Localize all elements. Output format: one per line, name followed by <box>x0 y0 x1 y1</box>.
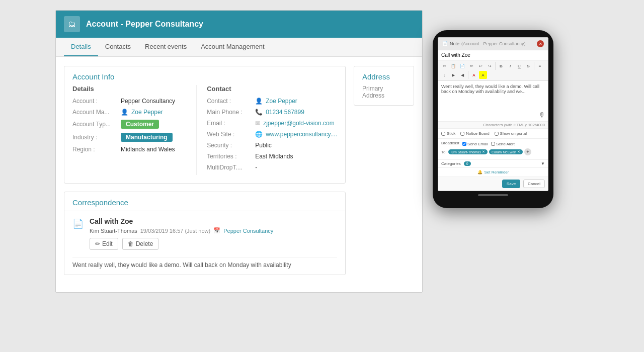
note-doc-icon: 📄 <box>442 41 448 46</box>
account-info-title: Account Info <box>72 72 114 81</box>
info-row-contact: Contact : 👤 Zoe Pepper <box>207 98 337 105</box>
info-row-multidrop: MultiDropT.... - <box>207 164 337 171</box>
add-recipient-button[interactable]: + <box>524 148 531 155</box>
phone-mockup: 📄 Note (Account - Pepper Consultancy) ✕ … <box>433 30 553 293</box>
info-row-industry: Industry : Manufacturing <box>72 133 191 142</box>
corr-account-link[interactable]: Pepper Consultancy <box>223 228 273 234</box>
set-reminder-row[interactable]: 🔔 Set Reminder <box>438 167 548 177</box>
label-email: Email : <box>207 120 252 127</box>
value-account: Pepper Consultancy <box>121 98 175 105</box>
tab-recent-events[interactable]: Recent events <box>138 38 194 56</box>
label-multidrop: MultiDropT.... <box>207 164 252 171</box>
label-industry: Industry : <box>72 134 118 141</box>
label-phone: Main Phone : <box>207 109 252 116</box>
note-footer: Save Cancel <box>438 177 548 191</box>
remove-recipient-1[interactable]: ✕ <box>517 150 520 154</box>
modal-close-button[interactable]: ✕ <box>537 40 544 47</box>
address-card: Address Primary Address <box>354 66 414 106</box>
toolbar-outdent[interactable]: ◀ <box>458 71 466 79</box>
label-contact: Contact : <box>207 98 252 105</box>
stick-checkbox[interactable]: Stick <box>441 131 455 136</box>
send-email-checkbox[interactable]: Send Email <box>462 142 488 146</box>
remove-recipient-0[interactable]: ✕ <box>482 150 485 154</box>
note-subject-input[interactable] <box>438 50 548 60</box>
info-row-account: Account : Pepper Consultancy <box>72 98 191 105</box>
edit-button[interactable]: ✏ Edit <box>90 238 118 250</box>
value-website[interactable]: www.pepperconsultancy.... <box>266 131 337 138</box>
toolbar-cut[interactable]: ✂ <box>440 62 448 70</box>
recipient-chip-1[interactable]: Calum McEwan ✕ <box>489 149 523 154</box>
contact-section: Contact Contact : 👤 Zoe Pepper Main Phon… <box>196 85 337 175</box>
toolbar-underline[interactable]: U <box>515 62 523 70</box>
microphone-icon[interactable]: 🎙 <box>539 111 546 119</box>
contact-section-title: Contact <box>207 85 337 93</box>
tab-contacts[interactable]: Contacts <box>98 38 138 56</box>
note-modal-title: 📄 Note (Account - Pepper Consultancy) <box>442 41 526 46</box>
toolbar-bold[interactable]: B <box>497 62 505 70</box>
corr-author: Kim Stuart-Thomas <box>90 228 137 234</box>
value-phone[interactable]: 01234 567899 <box>266 109 304 116</box>
corr-date: 19/03/2019 16:57 (Just now) <box>140 228 210 234</box>
note-body-text: Went really well, they would like a demo… <box>441 84 539 94</box>
badge-industry: Manufacturing <box>121 133 173 142</box>
categories-expand-icon[interactable]: ▼ <box>541 161 545 166</box>
note-modal-header: 📄 Note (Account - Pepper Consultancy) ✕ <box>438 38 548 50</box>
toolbar-strike[interactable]: S <box>524 62 532 70</box>
toolbar-bgcolor-a[interactable]: A <box>479 71 487 79</box>
note-content-area[interactable]: Went really well, they would like a demo… <box>438 81 548 121</box>
to-row: To: Kim Stuart-Thomas ✕ Calum McEwan ✕ + <box>441 148 545 155</box>
show-portal-checkbox[interactable]: Show on portal <box>495 131 527 136</box>
info-row-email: Email : ✉ zjpepper@gold-vision.com <box>207 120 337 127</box>
phone-screen: 📄 Note (Account - Pepper Consultancy) ✕ … <box>438 37 548 191</box>
to-label: To: <box>441 150 447 154</box>
globe-icon: 🌐 <box>255 131 263 138</box>
address-title: Address <box>362 72 406 81</box>
reminder-icon: 🔔 <box>477 170 482 174</box>
toolbar-indent[interactable]: ▶ <box>449 71 457 79</box>
toolbar-list-1[interactable]: ≡ <box>536 62 544 70</box>
toolbar-undo[interactable]: ↩ <box>476 62 485 70</box>
note-account-context: (Account - Pepper Consultancy) <box>461 41 526 46</box>
save-button[interactable]: Save <box>502 180 520 188</box>
toolbar-paste[interactable]: 📄 <box>458 62 466 70</box>
label-account: Account : <box>72 98 118 105</box>
notice-board-checkbox[interactable]: Notice Board <box>460 131 489 136</box>
toolbar-italic[interactable]: I <box>506 62 514 70</box>
info-row-account-type: Account Typ... Customer <box>72 120 191 129</box>
note-modal: 📄 Note (Account - Pepper Consultancy) ✕ … <box>438 37 548 191</box>
correspondence-item-title: Call with Zoe <box>90 217 337 225</box>
toolbar-redo[interactable]: ↪ <box>486 62 494 70</box>
info-row-website: Web Site : 🌐 www.pepperconsultancy.... <box>207 131 337 138</box>
categories-label: Categories <box>441 161 461 166</box>
phone-outer: 📄 Note (Account - Pepper Consultancy) ✕ … <box>433 30 553 208</box>
send-alert-checkbox[interactable]: Send Alert <box>491 142 515 146</box>
toolbar-list-2[interactable]: ⋮ <box>440 71 448 79</box>
value-region: Midlands and Wales <box>121 146 175 153</box>
categories-count: 0 <box>464 161 471 166</box>
account-info-card: Account Info Details Account : Pepper Co… <box>64 66 346 184</box>
tab-account-management[interactable]: Account Management <box>194 38 271 56</box>
label-region: Region : <box>72 146 118 153</box>
toolbar-copy[interactable]: 📋 <box>449 62 457 70</box>
char-count: Characters (with HTML): 102/4000 <box>438 121 548 128</box>
toolbar-edit[interactable]: ✏ <box>467 62 475 70</box>
toolbar-color-a[interactable]: A <box>470 71 478 79</box>
broadcast-section: Broadcast Send Email Send Alert To <box>438 138 548 159</box>
value-email[interactable]: zjpepper@gold-vision.com <box>263 120 335 127</box>
label-account-manager: Account Ma... <box>72 109 118 116</box>
tab-details[interactable]: Details <box>64 38 98 56</box>
value-territories: East Midlands <box>255 153 293 160</box>
info-row-region: Region : Midlands and Wales <box>72 146 191 153</box>
value-contact[interactable]: Zoe Pepper <box>266 98 297 105</box>
value-account-manager[interactable]: Zoe Pepper <box>131 109 163 116</box>
broadcast-label: Broadcast <box>441 141 459 145</box>
primary-address-label: Primary Address <box>362 85 406 99</box>
details-section: Details Account : Pepper Consultancy Acc… <box>72 85 191 175</box>
badge-customer: Customer <box>121 120 159 129</box>
info-row-phone: Main Phone : 📞 01234 567899 <box>207 109 337 116</box>
cancel-button[interactable]: Cancel <box>523 180 545 188</box>
recipient-chip-0[interactable]: Kim Stuart-Thomas ✕ <box>448 149 488 154</box>
main-panel: 🗂 Account - Pepper Consultancy Details C… <box>55 10 423 293</box>
delete-button[interactable]: 🗑 Delete <box>122 238 159 250</box>
value-multidrop: - <box>255 164 257 171</box>
